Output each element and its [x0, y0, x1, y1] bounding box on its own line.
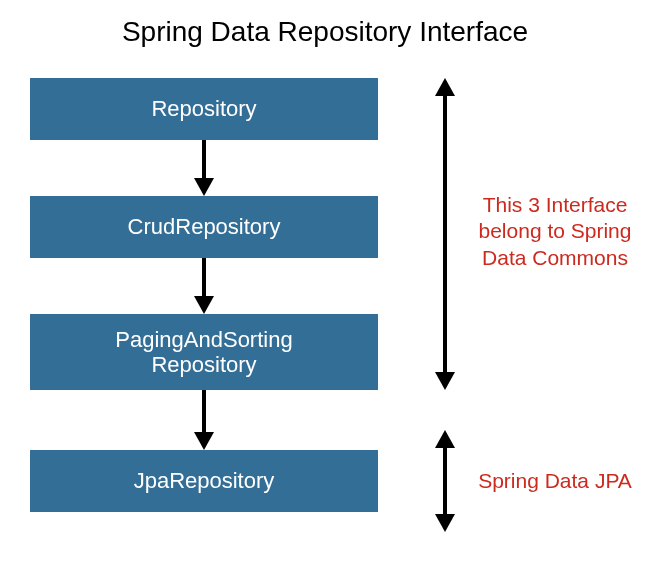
annotation-commons-line3: Data Commons [482, 246, 628, 269]
box-repository-label: Repository [151, 96, 256, 121]
svg-marker-1 [194, 178, 214, 196]
annotation-spring-data-jpa: Spring Data JPA [470, 468, 640, 494]
box-crud-label: CrudRepository [128, 214, 281, 239]
annotation-spring-data-commons: This 3 Interface belong to Spring Data C… [470, 192, 640, 271]
annotation-commons-line2: belong to Spring [479, 219, 632, 242]
box-paging-label: PagingAndSorting Repository [115, 327, 292, 378]
box-paging-line1: PagingAndSorting [115, 327, 292, 352]
svg-marker-8 [435, 372, 455, 390]
svg-marker-3 [194, 296, 214, 314]
bracket-arrow-jpa [430, 430, 460, 532]
annotation-jpa-text: Spring Data JPA [478, 469, 632, 492]
bracket-arrow-commons [430, 78, 460, 390]
box-jpa-repository: JpaRepository [30, 450, 378, 512]
svg-marker-11 [435, 514, 455, 532]
box-jpa-label: JpaRepository [134, 468, 275, 493]
diagram-title: Spring Data Repository Interface [0, 16, 650, 48]
arrow-paging-to-jpa [190, 390, 218, 450]
box-repository: Repository [30, 78, 378, 140]
svg-marker-10 [435, 430, 455, 448]
box-paging-and-sorting-repository: PagingAndSorting Repository [30, 314, 378, 390]
arrow-repository-to-crud [190, 140, 218, 196]
svg-marker-7 [435, 78, 455, 96]
box-crud-repository: CrudRepository [30, 196, 378, 258]
arrow-crud-to-paging [190, 258, 218, 314]
box-paging-line2: Repository [151, 352, 256, 377]
svg-marker-5 [194, 432, 214, 450]
annotation-commons-line1: This 3 Interface [483, 193, 628, 216]
